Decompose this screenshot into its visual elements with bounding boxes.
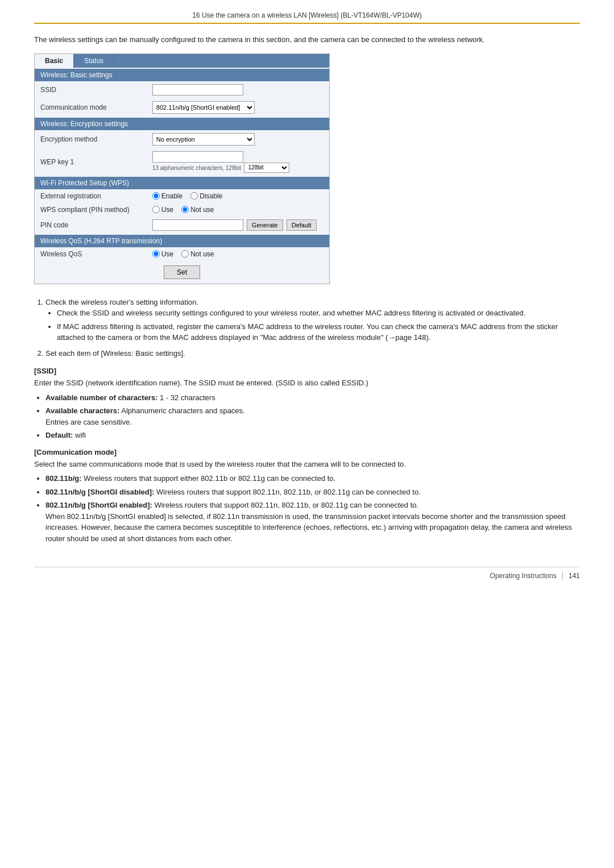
qos-not-use-label[interactable]: Not use (181, 250, 214, 258)
qos-label: Wireless QoS (35, 247, 147, 261)
wps-not-use-label[interactable]: Not use (181, 206, 214, 214)
step-1-bullets: Check the SSID and wireless security set… (57, 308, 580, 343)
qos-settings-table: Wireless QoS Use Not use (35, 247, 329, 261)
tab-status[interactable]: Status (74, 54, 114, 68)
wireless-qos-row: Wireless QoS Use Not use (35, 247, 329, 261)
generate-button[interactable]: Generate (247, 219, 283, 231)
tab-basic[interactable]: Basic (35, 54, 74, 68)
ext-reg-radio-group: Enable Disable (152, 192, 323, 200)
step-1-bullet-2: If MAC address filtering is activated, r… (57, 321, 580, 343)
pin-code-label: PIN code (35, 217, 147, 234)
wps-pin-row: WPS compliant (PIN method) Use Not use (35, 203, 329, 217)
footer-divider (562, 572, 563, 580)
qos-not-use-radio[interactable] (181, 250, 189, 258)
pin-code-input[interactable] (152, 219, 243, 231)
section-encryption-header: Wireless: Encryption settings (35, 118, 329, 130)
ext-reg-disable-label[interactable]: Disable (190, 192, 222, 200)
wep-label: WEP key 1 (35, 148, 147, 176)
comm-mode-row: Communication mode 802.11n/b/g [ShortGI … (35, 98, 329, 117)
section-wps-header: Wi-Fi Protected Setup (WPS) (35, 177, 329, 189)
step-1-bullet-1: Check the SSID and wireless security set… (57, 308, 580, 319)
footer: Operating Instructions 141 (34, 567, 580, 580)
comm-bullets: 802.11b/g: Wireless routers that support… (45, 473, 580, 544)
wep-input[interactable] (152, 151, 243, 163)
wps-pin-label: WPS compliant (PIN method) (35, 203, 147, 217)
pin-code-row: PIN code Generate Default (35, 217, 329, 234)
section-qos-header: Wireless QoS (H.264 RTP transmission) (35, 235, 329, 247)
wep-bits-select[interactable]: 128bit 64bit (244, 163, 289, 173)
comm-mode-select[interactable]: 802.11n/b/g [ShortGI enabled] 802.11b/g … (152, 101, 255, 114)
steps-list: Check the wireless router's setting info… (45, 297, 580, 359)
qos-radio-group: Use Not use (152, 250, 323, 258)
ext-reg-enable-label[interactable]: Enable (152, 192, 182, 200)
basic-settings-table: SSID Communication mode 802.11n/b/g [Sho… (35, 81, 329, 117)
ssid-label: SSID (35, 81, 147, 98)
qos-use-label[interactable]: Use (152, 250, 173, 258)
encryption-label: Encryption method (35, 130, 147, 148)
ext-reg-enable-radio[interactable] (152, 192, 160, 200)
ssid-bullet-1: Available number of characters: 1 - 32 c… (45, 392, 580, 404)
pin-code-controls: Generate Default (152, 219, 323, 231)
wep-hint: 13 alphanumeric characters, 128bit (152, 164, 241, 171)
encryption-method-row: Encryption method No encryption WEP WPA-… (35, 130, 329, 148)
wep-key-row: WEP key 1 13 alphanumeric characters, 12… (35, 148, 329, 176)
comm-bullet-2: 802.11n/b/g [ShortGI disabled]: Wireless… (45, 487, 580, 498)
ext-reg-disable-radio[interactable] (190, 192, 198, 200)
comm-description: Select the same communications mode that… (34, 459, 580, 470)
intro-paragraph: The wireless settings can be manually co… (34, 34, 580, 45)
ssid-bullet-3: Default: wifi (45, 430, 580, 441)
wps-not-use-radio[interactable] (181, 206, 189, 213)
encryption-select[interactable]: No encryption WEP WPA-PSK (152, 133, 255, 146)
ssid-section-title: [SSID] (34, 367, 580, 375)
wps-use-radio[interactable] (152, 206, 160, 213)
comm-bullet-1: 802.11b/g: Wireless routers that support… (45, 473, 580, 484)
qos-use-radio[interactable] (152, 250, 160, 258)
step-1: Check the wireless router's setting info… (45, 297, 580, 343)
ext-reg-row: External registration Enable Disable (35, 189, 329, 203)
ssid-bullets: Available number of characters: 1 - 32 c… (45, 392, 580, 441)
step-2: Set each item of [Wireless: Basic settin… (45, 348, 580, 359)
ssid-bullet-2: Available characters: Alphanumeric chara… (45, 405, 580, 427)
ssid-input[interactable] (152, 84, 243, 95)
footer-page: 141 (569, 572, 580, 580)
footer-label: Operating Instructions (490, 572, 557, 580)
wps-use-label[interactable]: Use (152, 206, 173, 214)
encryption-settings-table: Encryption method No encryption WEP WPA-… (35, 130, 329, 176)
comm-section-title: [Communication mode] (34, 448, 580, 456)
set-button[interactable]: Set (164, 265, 200, 279)
section-basic-header: Wireless: Basic settings (35, 69, 329, 81)
default-button[interactable]: Default (287, 219, 317, 231)
header-title: 16 Use the camera on a wireless LAN [Wir… (192, 11, 421, 19)
ssid-row: SSID (35, 81, 329, 98)
comm-bullet-3: 802.11n/b/g [ShortGI enabled]: Wireless … (45, 500, 580, 544)
wireless-settings-panel: Basic Status Wireless: Basic settings SS… (34, 53, 330, 284)
comm-mode-label: Communication mode (35, 98, 147, 117)
panel-tabs: Basic Status (35, 54, 329, 68)
ssid-description: Enter the SSID (network identification n… (34, 377, 580, 389)
ext-reg-label: External registration (35, 189, 147, 203)
wps-settings-table: External registration Enable Disable WPS… (35, 189, 329, 234)
page-header: 16 Use the camera on a wireless LAN [Wir… (34, 11, 580, 24)
wps-pin-radio-group: Use Not use (152, 206, 323, 214)
